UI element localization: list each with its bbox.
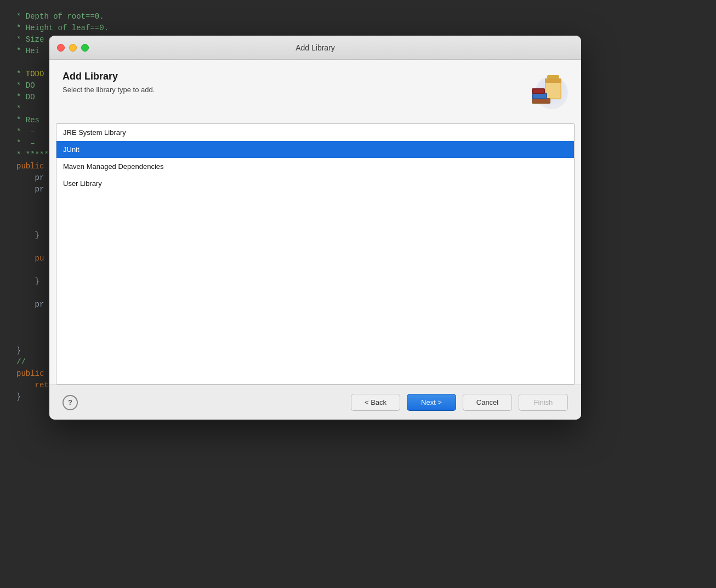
svg-rect-6 bbox=[533, 99, 549, 103]
add-library-dialog: Add Library Add Library Select the libra… bbox=[49, 36, 581, 420]
modal-heading: Add Library bbox=[62, 71, 155, 82]
close-button[interactable] bbox=[57, 44, 65, 52]
back-button[interactable]: < Back bbox=[351, 394, 400, 411]
svg-rect-4 bbox=[545, 78, 561, 83]
modal-header: Add Library Select the library type to a… bbox=[49, 60, 581, 123]
svg-rect-8 bbox=[533, 94, 546, 98]
modal-title: Add Library bbox=[296, 43, 335, 52]
library-item-user[interactable]: User Library bbox=[56, 175, 574, 192]
help-button[interactable]: ? bbox=[62, 395, 78, 410]
library-list: JRE System Library JUnit Maven Managed D… bbox=[56, 123, 575, 385]
library-item-junit[interactable]: JUnit bbox=[56, 141, 574, 158]
library-item-jre[interactable]: JRE System Library bbox=[56, 124, 574, 141]
svg-rect-1 bbox=[547, 75, 559, 78]
svg-rect-10 bbox=[533, 89, 544, 93]
minimize-button[interactable] bbox=[69, 44, 77, 52]
modal-titlebar: Add Library bbox=[49, 36, 581, 60]
library-icon bbox=[524, 71, 568, 115]
window-controls bbox=[57, 44, 89, 52]
modal-subheading: Select the library type to add. bbox=[62, 86, 155, 94]
modal-content: Add Library Select the library type to a… bbox=[49, 60, 581, 385]
maximize-button[interactable] bbox=[81, 44, 89, 52]
cancel-button[interactable]: Cancel bbox=[463, 394, 512, 411]
finish-button: Finish bbox=[519, 394, 568, 411]
modal-footer: ? < Back Next > Cancel Finish bbox=[49, 385, 581, 420]
library-item-maven[interactable]: Maven Managed Dependencies bbox=[56, 158, 574, 175]
library-list-spacer bbox=[56, 192, 574, 384]
next-button[interactable]: Next > bbox=[407, 394, 456, 411]
